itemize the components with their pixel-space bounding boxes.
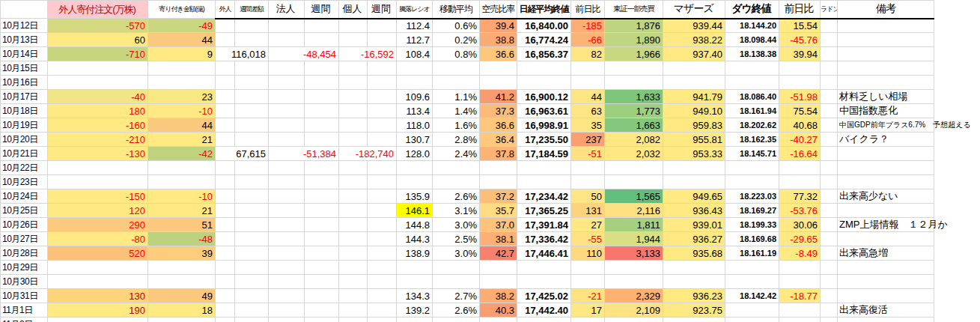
cell-idou[interactable]: 1.6%: [433, 118, 480, 133]
cell-shu1[interactable]: [235, 318, 269, 322]
cell-hou[interactable]: [269, 161, 305, 175]
cell-shu3[interactable]: [368, 204, 397, 218]
cell-biko[interactable]: [838, 47, 934, 61]
cell-biko[interactable]: 中国指数悪化: [838, 104, 934, 118]
cell-dow[interactable]: [725, 303, 779, 318]
cell-idou[interactable]: [433, 275, 480, 289]
cell-toraku[interactable]: 138.9: [397, 246, 433, 261]
cell-ko[interactable]: [339, 19, 368, 33]
cell-shu1[interactable]: [235, 275, 269, 289]
cell-biko[interactable]: 出来高復活: [838, 303, 934, 318]
cell-nikkei[interactable]: [517, 175, 571, 189]
cell-c2[interactable]: 23: [148, 90, 216, 104]
cell-c2[interactable]: 44: [148, 33, 216, 47]
cell-idou[interactable]: [433, 61, 480, 76]
cell-tosho[interactable]: [605, 275, 663, 289]
cell-idou[interactable]: 1.4%: [433, 104, 480, 118]
cell-nikkei[interactable]: 16,856.37: [517, 47, 571, 61]
cell-c1[interactable]: -710: [48, 47, 148, 61]
col-header-c2[interactable]: 寄り付き金額(億): [148, 1, 216, 19]
cell-nikkei[interactable]: 16,840.00: [517, 19, 571, 33]
cell-idou[interactable]: 3.0%: [433, 246, 480, 261]
cell-c1[interactable]: 520: [48, 246, 148, 261]
cell-toraku[interactable]: 144.8: [397, 218, 433, 232]
cell-toraku[interactable]: 146.1: [397, 204, 433, 218]
cell-shu1[interactable]: [235, 61, 269, 76]
cell-mothers[interactable]: [663, 61, 725, 76]
cell-tosho[interactable]: 2,082: [605, 133, 663, 147]
cell-karauri[interactable]: 39.4: [480, 19, 517, 33]
cell-shu3[interactable]: [368, 318, 397, 322]
cell-zen2[interactable]: [779, 318, 821, 322]
cell-c1[interactable]: 120: [48, 204, 148, 218]
cell-hou[interactable]: [269, 19, 305, 33]
cell-karauri[interactable]: [480, 76, 517, 90]
cell-gai[interactable]: [216, 318, 235, 322]
cell-shu2[interactable]: [305, 232, 339, 246]
cell-c1[interactable]: [48, 61, 148, 76]
cell-shu2[interactable]: [305, 161, 339, 175]
cell-zen2[interactable]: -8.49: [779, 246, 821, 261]
col-header-hou[interactable]: 法人: [269, 1, 305, 19]
cell-hou[interactable]: [269, 189, 305, 204]
cell-radon[interactable]: [821, 189, 838, 204]
cell-hou[interactable]: [269, 218, 305, 232]
cell-mothers[interactable]: 941.79: [663, 90, 725, 104]
cell-shu2[interactable]: [305, 289, 339, 303]
cell-date[interactable]: 10月12日: [1, 19, 48, 33]
col-header-toraku[interactable]: 騰落レシオ: [397, 1, 433, 19]
cell-shu1[interactable]: [235, 289, 269, 303]
cell-zen1[interactable]: -55: [571, 232, 605, 246]
cell-mothers[interactable]: 939.01: [663, 218, 725, 232]
cell-biko[interactable]: [838, 19, 934, 33]
cell-zen2[interactable]: [779, 175, 821, 189]
cell-tosho[interactable]: 2,032: [605, 147, 663, 161]
cell-hou[interactable]: -51,384: [269, 147, 339, 161]
cell-zen2[interactable]: 30.06: [779, 218, 821, 232]
cell-zen2[interactable]: 15.54: [779, 19, 821, 33]
cell-nikkei[interactable]: [517, 61, 571, 76]
cell-date[interactable]: 10月22日: [1, 161, 48, 175]
cell-shu2[interactable]: [305, 61, 339, 76]
cell-shu2[interactable]: [305, 303, 339, 318]
cell-gai[interactable]: [216, 90, 235, 104]
cell-idou[interactable]: 2.4%: [433, 147, 480, 161]
cell-dow[interactable]: [725, 61, 779, 76]
cell-date[interactable]: 10月17日: [1, 90, 48, 104]
cell-zen1[interactable]: [571, 61, 605, 76]
cell-idou[interactable]: 0.2%: [433, 33, 480, 47]
cell-nikkei[interactable]: 17,184.59: [517, 147, 571, 161]
cell-ko[interactable]: [339, 204, 368, 218]
cell-shu3[interactable]: [368, 175, 397, 189]
cell-zen2[interactable]: -53.76: [779, 204, 821, 218]
cell-dow[interactable]: 18.144.20: [725, 19, 779, 33]
cell-ko[interactable]: [339, 218, 368, 232]
cell-tosho[interactable]: 1,633: [605, 90, 663, 104]
cell-shu3[interactable]: [368, 289, 397, 303]
cell-karauri[interactable]: [480, 318, 517, 322]
cell-mothers[interactable]: 937.40: [663, 47, 725, 61]
cell-radon[interactable]: [821, 61, 838, 76]
cell-c2[interactable]: 21: [148, 133, 216, 147]
cell-gai[interactable]: [216, 19, 235, 33]
cell-shu1[interactable]: [235, 189, 269, 204]
cell-c1[interactable]: 130: [48, 289, 148, 303]
cell-biko[interactable]: ZMP上場情報 １２月か: [838, 218, 934, 232]
cell-karauri[interactable]: [480, 161, 517, 175]
cell-gai[interactable]: [216, 289, 235, 303]
cell-dow[interactable]: [725, 161, 779, 175]
cell-c2[interactable]: 9: [148, 47, 216, 61]
cell-radon[interactable]: [821, 90, 838, 104]
cell-nikkei[interactable]: 16,963.61: [517, 104, 571, 118]
col-header-karauri[interactable]: 空売比率: [480, 1, 517, 19]
cell-zen1[interactable]: [571, 318, 605, 322]
col-header-c1[interactable]: 外人寄付注文(万株): [48, 1, 148, 19]
col-header-dow[interactable]: ダウ終値: [725, 1, 779, 19]
cell-shu1[interactable]: [235, 246, 269, 261]
col-header-tosho[interactable]: 東証一部売買: [605, 1, 663, 19]
cell-idou[interactable]: [433, 318, 480, 322]
cell-zen2[interactable]: [779, 275, 821, 289]
cell-hou[interactable]: [269, 232, 305, 246]
cell-tosho[interactable]: [605, 318, 663, 322]
cell-hou[interactable]: [269, 261, 305, 275]
